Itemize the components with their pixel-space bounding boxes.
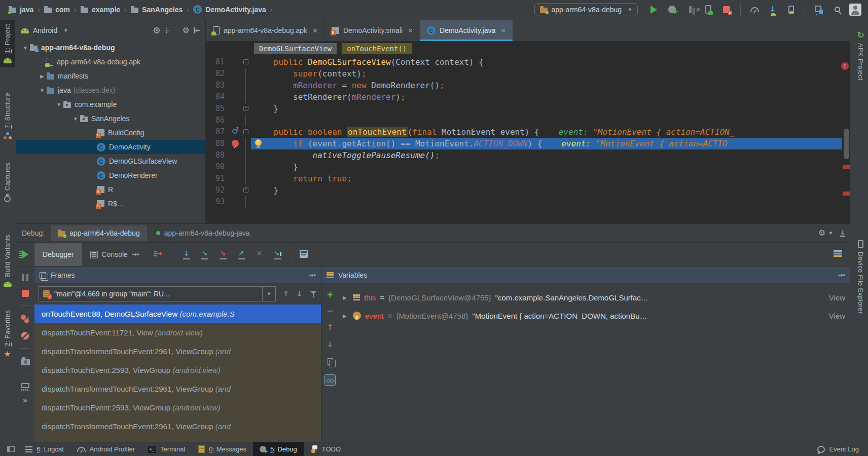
tree-row[interactable]: ▼app-arm64-v8a-debug	[16, 41, 205, 55]
attach-debugger-button[interactable]	[784, 3, 798, 16]
stripe-button-apk-project[interactable]: ↻APK Project	[853, 27, 868, 84]
gutter-icon-cell[interactable]	[230, 173, 243, 184]
gutter-icon-cell[interactable]	[230, 184, 243, 196]
fold-start-icon[interactable]: −	[243, 59, 248, 64]
step-into-button[interactable]: ↘	[200, 249, 210, 259]
tree-row[interactable]: ▼SanAngeles	[16, 111, 205, 126]
code-text[interactable]: public boolean onTouchEvent(final Motion…	[251, 126, 850, 138]
run-button[interactable]	[647, 3, 660, 16]
previous-frame-button[interactable]: ↑	[283, 290, 290, 298]
error-stripe-mark[interactable]	[843, 192, 850, 196]
editor-tab-demoactivity-java[interactable]: DemoActivity.java✕	[420, 20, 513, 41]
code-text[interactable]: }	[251, 184, 850, 196]
tree-row[interactable]: DemoActivity	[16, 140, 205, 154]
next-frame-button[interactable]: ↓	[296, 290, 303, 298]
fold-gutter[interactable]	[243, 138, 251, 149]
error-indicator-icon[interactable]: !	[841, 62, 849, 70]
toolwindow-button--logcat[interactable]: 6: Logcat	[19, 442, 70, 456]
fold-gutter[interactable]	[243, 91, 251, 103]
hide-variables-icon[interactable]: →	[838, 272, 845, 278]
stack-frame-row[interactable]: dispatchTransformedTouchEvent:2961, View…	[34, 417, 321, 436]
stripe-button--favorites[interactable]: 2: Favorites★	[0, 306, 15, 362]
fold-gutter[interactable]	[243, 115, 251, 126]
thread-dump-camera-icon[interactable]	[21, 359, 30, 365]
fold-end-icon[interactable]: ^	[243, 106, 248, 111]
step-out-button[interactable]: ↗	[236, 249, 246, 259]
fold-gutter[interactable]	[243, 196, 251, 208]
toolwindow-button-todo[interactable]: TODO	[304, 442, 347, 456]
code-text[interactable]: setRenderer(mRenderer);	[251, 91, 850, 103]
remove-watch-button[interactable]: −	[327, 308, 334, 314]
debug-settings-button[interactable]: ⚙▼	[818, 229, 833, 237]
code-text[interactable]: public DemoGLSurfaceView(Context context…	[251, 56, 850, 68]
debugger-chip[interactable]: onTouchEvent()	[342, 43, 412, 54]
toolwindow-button--debug[interactable]: 5: Debug	[253, 442, 304, 456]
gear-icon[interactable]: ⚙	[183, 26, 190, 34]
rerun-icon[interactable]	[22, 250, 28, 258]
code-text[interactable]: mRenderer = new DemoRenderer();	[251, 80, 850, 91]
stack-frame-row[interactable]: dispatchTransformedTouchEvent:2961, View…	[34, 379, 321, 398]
event-log-button[interactable]: Event Log	[817, 445, 868, 453]
run-configuration-select[interactable]: app-arm64-v8a-debug ▼	[534, 3, 638, 16]
debug-button[interactable]	[665, 3, 678, 16]
intention-bulb-icon[interactable]	[255, 139, 262, 146]
gutter-icon-cell[interactable]	[230, 149, 243, 161]
tree-row[interactable]: ▶manifests	[16, 69, 205, 83]
tab-debugger[interactable]: Debugger	[34, 243, 82, 266]
locate-file-icon[interactable]	[154, 27, 160, 33]
fold-gutter[interactable]	[243, 80, 251, 91]
hide-panel-icon[interactable]: ←	[194, 27, 200, 33]
run-on-device-button[interactable]	[702, 3, 715, 16]
tree-collapsed-icon[interactable]: ▶	[343, 313, 349, 319]
debugger-chip[interactable]: DemoGLSurfaceView	[254, 43, 337, 54]
editor-tab-demoactivity-smali[interactable]: DemoActivity.smali✕	[325, 20, 420, 41]
error-stripe[interactable]: !	[842, 56, 850, 223]
tree-expanded-icon[interactable]: ▼	[21, 45, 30, 51]
stack-frame-row[interactable]: dispatchTransformedTouchEvent:2961, View…	[34, 342, 321, 361]
project-view-selector[interactable]: Android	[33, 26, 57, 34]
tab-console[interactable]: Console→	[82, 243, 148, 266]
error-stripe-mark[interactable]	[843, 165, 850, 169]
close-icon[interactable]: ✕	[408, 27, 413, 34]
fold-gutter[interactable]: ^	[243, 184, 251, 196]
show-watches-in-variables-button[interactable]	[324, 374, 336, 386]
run-to-cursor-button[interactable]: ↘I	[273, 249, 283, 259]
close-icon[interactable]: ✕	[500, 27, 506, 34]
fold-gutter[interactable]: ^	[243, 103, 251, 115]
stripe-button-device-file-explorer[interactable]: Device File Explorer	[853, 236, 868, 318]
move-watch-up-button[interactable]: ↑	[327, 324, 334, 331]
code-text[interactable]	[251, 196, 850, 208]
stack-frame-row[interactable]: dispatchTouchEvent:2593, ViewGroup (andr…	[34, 361, 321, 379]
force-step-into-button[interactable]: ↘	[218, 249, 228, 259]
android-profiler-button[interactable]	[748, 3, 761, 16]
breadcrumb-item[interactable]: example	[78, 5, 123, 15]
view-value-link[interactable]: View	[829, 312, 845, 320]
gutter-icon-cell[interactable]	[230, 196, 243, 208]
breadcrumb-item[interactable]: com	[42, 5, 73, 15]
evaluate-expression-button[interactable]	[300, 250, 308, 259]
show-execution-point-button[interactable]: ➔	[155, 249, 165, 259]
gutter-icon-cell[interactable]	[230, 80, 243, 91]
stripe-button-build-variants[interactable]: Build Variants	[0, 231, 15, 291]
view-value-link[interactable]: View	[829, 293, 845, 302]
restore-layout-icon[interactable]	[834, 250, 842, 257]
tree-row[interactable]: ▼com.example	[16, 97, 205, 111]
stack-frame-row[interactable]: dispatchTouchEvent:2593, ViewGroup (andr…	[34, 436, 321, 442]
fold-end-icon[interactable]: ^	[243, 187, 248, 193]
stack-frame-row[interactable]: dispatchTouchEvent:2593, ViewGroup (andr…	[34, 398, 321, 417]
code-text[interactable]: }	[251, 161, 850, 173]
fold-gutter[interactable]	[243, 161, 251, 173]
duplicate-watch-button[interactable]	[328, 358, 333, 365]
user-avatar[interactable]	[849, 3, 862, 16]
hide-library-frames-icon[interactable]	[310, 291, 317, 297]
move-watch-down-button[interactable]: ↓	[327, 341, 334, 349]
fold-start-icon[interactable]: −	[243, 129, 248, 134]
editor-scrollbar[interactable]	[844, 129, 849, 159]
close-icon[interactable]: ✕	[312, 27, 318, 34]
stack-frame-row[interactable]: dispatchTouchEvent:11721, View (android.…	[34, 323, 321, 342]
code-text[interactable]: }	[251, 103, 850, 115]
toolwindow-button-terminal[interactable]: Terminal	[141, 442, 192, 456]
variable-row[interactable]: ▶this = {DemoGLSurfaceView@4755} "com.ex…	[339, 288, 850, 307]
tree-expanded-icon[interactable]: ▼	[71, 116, 80, 122]
tree-row[interactable]: ▼java(classes.dex)	[16, 83, 205, 97]
